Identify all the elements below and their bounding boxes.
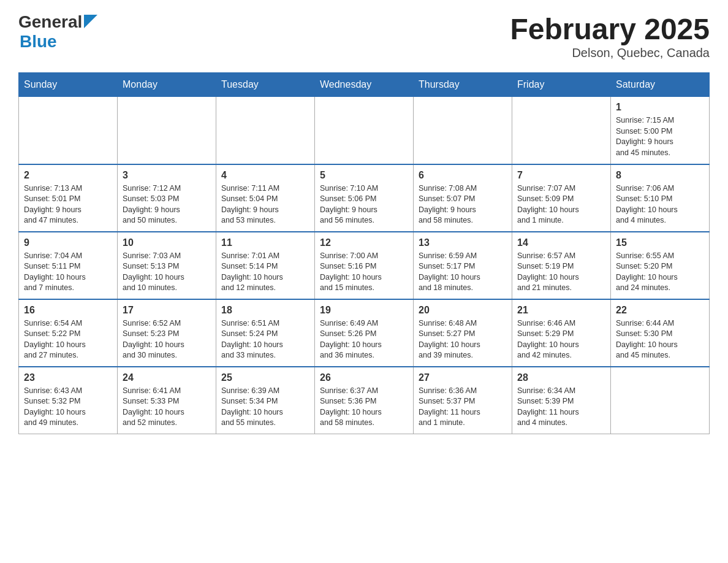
calendar-cell: 19Sunrise: 6:49 AM Sunset: 5:26 PM Dayli…: [315, 299, 414, 367]
calendar-cell: 20Sunrise: 6:48 AM Sunset: 5:27 PM Dayli…: [414, 299, 512, 367]
day-info: Sunrise: 6:55 AM Sunset: 5:20 PM Dayligh…: [616, 251, 704, 294]
day-number: 27: [419, 372, 507, 383]
weekday-header-saturday: Saturday: [611, 73, 710, 97]
weekday-header-monday: Monday: [118, 73, 216, 97]
day-number: 16: [24, 305, 112, 316]
calendar-cell: 1Sunrise: 7:15 AM Sunset: 5:00 PM Daylig…: [611, 97, 710, 164]
day-number: 15: [616, 237, 704, 248]
calendar-cell: 11Sunrise: 7:01 AM Sunset: 5:14 PM Dayli…: [216, 232, 315, 299]
day-info: Sunrise: 7:03 AM Sunset: 5:13 PM Dayligh…: [123, 251, 211, 294]
day-info: Sunrise: 7:08 AM Sunset: 5:07 PM Dayligh…: [419, 183, 507, 226]
weekday-header-sunday: Sunday: [19, 73, 118, 97]
calendar-week-row: 16Sunrise: 6:54 AM Sunset: 5:22 PM Dayli…: [19, 299, 710, 367]
calendar-cell: [315, 97, 414, 164]
day-number: 3: [123, 170, 211, 181]
calendar-cell: 6Sunrise: 7:08 AM Sunset: 5:07 PM Daylig…: [414, 164, 512, 232]
day-number: 22: [616, 305, 704, 316]
day-number: 12: [320, 237, 408, 248]
title-area: February 2025 Delson, Quebec, Canada: [510, 12, 710, 60]
calendar-cell: 22Sunrise: 6:44 AM Sunset: 5:30 PM Dayli…: [611, 299, 710, 367]
calendar-cell: [512, 97, 611, 164]
day-info: Sunrise: 6:51 AM Sunset: 5:24 PM Dayligh…: [221, 318, 309, 361]
day-number: 20: [419, 305, 507, 316]
logo: General Blue: [18, 12, 97, 52]
day-info: Sunrise: 6:48 AM Sunset: 5:27 PM Dayligh…: [419, 318, 507, 361]
day-info: Sunrise: 7:07 AM Sunset: 5:09 PM Dayligh…: [517, 183, 605, 226]
day-number: 8: [616, 170, 704, 181]
calendar-cell: 27Sunrise: 6:36 AM Sunset: 5:37 PM Dayli…: [414, 367, 512, 434]
day-info: Sunrise: 6:59 AM Sunset: 5:17 PM Dayligh…: [419, 251, 507, 294]
day-info: Sunrise: 6:34 AM Sunset: 5:39 PM Dayligh…: [517, 386, 605, 429]
weekday-header-tuesday: Tuesday: [216, 73, 315, 97]
day-number: 2: [24, 170, 112, 181]
weekday-header-wednesday: Wednesday: [315, 73, 414, 97]
day-info: Sunrise: 6:46 AM Sunset: 5:29 PM Dayligh…: [517, 318, 605, 361]
day-info: Sunrise: 6:57 AM Sunset: 5:19 PM Dayligh…: [517, 251, 605, 294]
day-info: Sunrise: 6:49 AM Sunset: 5:26 PM Dayligh…: [320, 318, 408, 361]
calendar-cell: 10Sunrise: 7:03 AM Sunset: 5:13 PM Dayli…: [118, 232, 216, 299]
calendar-cell: 14Sunrise: 6:57 AM Sunset: 5:19 PM Dayli…: [512, 232, 611, 299]
day-info: Sunrise: 6:54 AM Sunset: 5:22 PM Dayligh…: [24, 318, 112, 361]
day-number: 18: [221, 305, 309, 316]
calendar-cell: [19, 97, 118, 164]
day-info: Sunrise: 6:37 AM Sunset: 5:36 PM Dayligh…: [320, 386, 408, 429]
logo-general-text: General: [18, 12, 82, 32]
logo-blue-text: Blue: [20, 32, 57, 52]
day-number: 5: [320, 170, 408, 181]
calendar-cell: 21Sunrise: 6:46 AM Sunset: 5:29 PM Dayli…: [512, 299, 611, 367]
day-number: 23: [24, 372, 112, 383]
day-info: Sunrise: 7:12 AM Sunset: 5:03 PM Dayligh…: [123, 183, 211, 226]
day-info: Sunrise: 6:39 AM Sunset: 5:34 PM Dayligh…: [221, 386, 309, 429]
calendar-cell: 28Sunrise: 6:34 AM Sunset: 5:39 PM Dayli…: [512, 367, 611, 434]
day-info: Sunrise: 6:36 AM Sunset: 5:37 PM Dayligh…: [419, 386, 507, 429]
calendar-cell: 8Sunrise: 7:06 AM Sunset: 5:10 PM Daylig…: [611, 164, 710, 232]
location-text: Delson, Quebec, Canada: [510, 46, 710, 60]
calendar-cell: 23Sunrise: 6:43 AM Sunset: 5:32 PM Dayli…: [19, 367, 118, 434]
day-info: Sunrise: 7:06 AM Sunset: 5:10 PM Dayligh…: [616, 183, 704, 226]
logo-triangle-icon: [84, 15, 97, 28]
day-info: Sunrise: 7:10 AM Sunset: 5:06 PM Dayligh…: [320, 183, 408, 226]
weekday-header-thursday: Thursday: [414, 73, 512, 97]
day-info: Sunrise: 7:01 AM Sunset: 5:14 PM Dayligh…: [221, 251, 309, 294]
day-info: Sunrise: 7:15 AM Sunset: 5:00 PM Dayligh…: [616, 115, 704, 158]
day-info: Sunrise: 6:52 AM Sunset: 5:23 PM Dayligh…: [123, 318, 211, 361]
calendar-cell: 17Sunrise: 6:52 AM Sunset: 5:23 PM Dayli…: [118, 299, 216, 367]
day-number: 26: [320, 372, 408, 383]
calendar-cell: 12Sunrise: 7:00 AM Sunset: 5:16 PM Dayli…: [315, 232, 414, 299]
day-number: 6: [419, 170, 507, 181]
day-number: 28: [517, 372, 605, 383]
day-info: Sunrise: 7:13 AM Sunset: 5:01 PM Dayligh…: [24, 183, 112, 226]
calendar-week-row: 23Sunrise: 6:43 AM Sunset: 5:32 PM Dayli…: [19, 367, 710, 434]
day-number: 21: [517, 305, 605, 316]
day-info: Sunrise: 7:04 AM Sunset: 5:11 PM Dayligh…: [24, 251, 112, 294]
day-number: 7: [517, 170, 605, 181]
page-header: General Blue February 2025 Delson, Quebe…: [18, 12, 710, 60]
month-title: February 2025: [510, 12, 710, 46]
calendar-cell: 13Sunrise: 6:59 AM Sunset: 5:17 PM Dayli…: [414, 232, 512, 299]
day-number: 25: [221, 372, 309, 383]
weekday-header-friday: Friday: [512, 73, 611, 97]
calendar-cell: 15Sunrise: 6:55 AM Sunset: 5:20 PM Dayli…: [611, 232, 710, 299]
day-info: Sunrise: 6:43 AM Sunset: 5:32 PM Dayligh…: [24, 386, 112, 429]
calendar-cell: 7Sunrise: 7:07 AM Sunset: 5:09 PM Daylig…: [512, 164, 611, 232]
day-info: Sunrise: 6:41 AM Sunset: 5:33 PM Dayligh…: [123, 386, 211, 429]
day-number: 9: [24, 237, 112, 248]
calendar-cell: 26Sunrise: 6:37 AM Sunset: 5:36 PM Dayli…: [315, 367, 414, 434]
calendar-cell: 18Sunrise: 6:51 AM Sunset: 5:24 PM Dayli…: [216, 299, 315, 367]
calendar-cell: 5Sunrise: 7:10 AM Sunset: 5:06 PM Daylig…: [315, 164, 414, 232]
day-number: 1: [616, 102, 704, 113]
day-number: 11: [221, 237, 309, 248]
calendar-table: SundayMondayTuesdayWednesdayThursdayFrid…: [18, 72, 710, 434]
day-number: 4: [221, 170, 309, 181]
weekday-header-row: SundayMondayTuesdayWednesdayThursdayFrid…: [19, 73, 710, 97]
calendar-week-row: 1Sunrise: 7:15 AM Sunset: 5:00 PM Daylig…: [19, 97, 710, 164]
calendar-week-row: 9Sunrise: 7:04 AM Sunset: 5:11 PM Daylig…: [19, 232, 710, 299]
calendar-cell: 3Sunrise: 7:12 AM Sunset: 5:03 PM Daylig…: [118, 164, 216, 232]
calendar-cell: [414, 97, 512, 164]
svg-marker-0: [84, 15, 97, 28]
calendar-cell: 2Sunrise: 7:13 AM Sunset: 5:01 PM Daylig…: [19, 164, 118, 232]
calendar-week-row: 2Sunrise: 7:13 AM Sunset: 5:01 PM Daylig…: [19, 164, 710, 232]
calendar-cell: 25Sunrise: 6:39 AM Sunset: 5:34 PM Dayli…: [216, 367, 315, 434]
day-info: Sunrise: 7:11 AM Sunset: 5:04 PM Dayligh…: [221, 183, 309, 226]
calendar-cell: 24Sunrise: 6:41 AM Sunset: 5:33 PM Dayli…: [118, 367, 216, 434]
